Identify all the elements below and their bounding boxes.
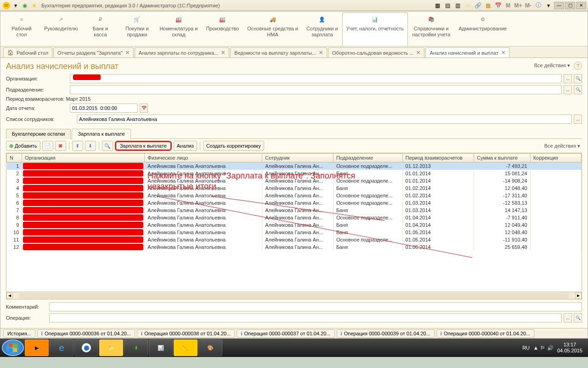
m-plus-btn[interactable]: M+: [514, 2, 522, 9]
section-item[interactable]: 🚚Основные средства иНМА: [243, 12, 302, 46]
section-item[interactable]: 👤Сотрудники изарплата: [302, 12, 342, 46]
search-btn[interactable]: 🔍: [574, 313, 582, 322]
m-btn[interactable]: M: [504, 2, 512, 9]
operation-link[interactable]: iОперация 0000-000036 от 01.04.20...: [37, 329, 135, 338]
scroll-right-btn[interactable]: ▶: [575, 293, 582, 299]
tool-icon-1[interactable]: ▦: [434, 2, 441, 9]
salary-button[interactable]: Зарплата к выплате: [115, 141, 172, 151]
section-item[interactable]: ₽Банк икасса: [82, 12, 119, 46]
star-icon[interactable]: ★: [30, 2, 38, 9]
up-button[interactable]: ⬆: [72, 141, 83, 151]
down-button[interactable]: ⬇: [85, 141, 96, 151]
all-actions-btn[interactable]: Все действия ▾: [532, 62, 572, 70]
task-item[interactable]: 📐: [174, 339, 198, 356]
tab-close-icon[interactable]: ✕: [221, 50, 225, 56]
column-header[interactable]: Подразделение: [333, 154, 402, 162]
delete-button[interactable]: ✖: [55, 141, 66, 151]
tab[interactable]: Ведомости на выплату зарплаты...✕: [230, 47, 327, 58]
task-item[interactable]: ▶: [25, 339, 49, 356]
table-row[interactable]: 12 Алейникова Галина Анатольевна Алейник…: [7, 243, 582, 251]
task-item[interactable]: ⬇: [124, 339, 148, 356]
column-header[interactable]: Организация: [22, 154, 145, 162]
section-item[interactable]: 📚Справочники инастройки учета: [408, 12, 454, 46]
close-btn[interactable]: ✕: [576, 2, 586, 9]
scroll-left-btn[interactable]: ◀: [6, 293, 13, 299]
tab[interactable]: Анализ зарплаты по сотрудника...✕: [135, 47, 230, 58]
tab-close-icon[interactable]: ✕: [501, 50, 505, 56]
tool-icon-3[interactable]: ▥: [454, 2, 461, 9]
tab[interactable]: Анализ начислений и выплат✕: [425, 47, 509, 58]
analysis-button[interactable]: Анализ: [174, 141, 197, 151]
section-item[interactable]: 📊Учет, налоги, отчетность: [342, 12, 408, 46]
horizontal-scrollbar[interactable]: ◀ ▶: [6, 292, 582, 299]
tab-close-icon[interactable]: ✕: [416, 50, 420, 56]
comment-input[interactable]: [49, 302, 582, 311]
employees-input[interactable]: [77, 115, 572, 124]
section-item[interactable]: 🛒Покупки ипродажи: [119, 12, 155, 46]
task-item[interactable]: e: [50, 339, 74, 356]
calc-icon[interactable]: ▦: [484, 2, 492, 9]
column-header[interactable]: Сотрудник: [262, 154, 334, 162]
ellipsis-btn[interactable]: ...: [564, 313, 572, 322]
org-input[interactable]: [70, 74, 562, 83]
back-icon[interactable]: ◉: [21, 2, 28, 9]
subdiv-input[interactable]: [70, 85, 562, 94]
maximize-btn[interactable]: ▢: [565, 2, 575, 9]
tab[interactable]: 🏠Рабочий стол: [3, 47, 52, 58]
operation-link[interactable]: iОперация 0000-000039 от 01.04.20...: [337, 329, 435, 338]
tray-icon[interactable]: ▲: [533, 345, 538, 351]
table-row[interactable]: 6 Алейникова Галина Анатольевна Алейнико…: [7, 199, 582, 207]
section-item[interactable]: ≡Рабочийстол: [3, 12, 40, 46]
cal-icon[interactable]: 📅: [494, 2, 502, 9]
tray-lang[interactable]: RU: [522, 345, 530, 351]
operation-link[interactable]: iОперация 0000-000037 от 01.04.20...: [237, 329, 334, 338]
search-btn[interactable]: 🔍: [574, 74, 582, 83]
search-button[interactable]: 🔍: [102, 141, 113, 151]
operation-link[interactable]: iОперация 0000-000038 от 01.04.20...: [137, 329, 235, 338]
copy-button[interactable]: 📄: [42, 141, 53, 151]
m-minus-btn[interactable]: M-: [525, 2, 532, 9]
section-item[interactable]: 🏭Производство: [202, 12, 243, 46]
ellipsis-btn[interactable]: ...: [564, 74, 572, 83]
column-header[interactable]: Сумма к выплате: [474, 154, 530, 162]
tab[interactable]: Отчеты раздела "Зарплата"✕: [53, 47, 134, 58]
task-item[interactable]: 🎨: [198, 339, 222, 356]
tray-clock[interactable]: 13:17 04.05.2015: [557, 342, 582, 354]
tab-close-icon[interactable]: ✕: [125, 50, 130, 56]
operation-link[interactable]: iОперация 0000-000040 от 01.04.20...: [436, 329, 534, 338]
help-btn[interactable]: ?: [574, 62, 582, 70]
tab-close-icon[interactable]: ✕: [319, 50, 323, 56]
table-row[interactable]: 10 Алейникова Галина Анатольевна Алейник…: [7, 229, 582, 236]
ellipsis-btn[interactable]: ...: [564, 85, 572, 94]
date-input[interactable]: [70, 104, 138, 113]
tool-icon-2[interactable]: ▤: [444, 2, 451, 9]
calendar-btn[interactable]: 📅: [140, 104, 148, 113]
sub-tab[interactable]: Бухгалтерские остатки: [6, 129, 71, 139]
dropdown2-icon[interactable]: ▾: [545, 2, 552, 9]
tab[interactable]: Оборотно-сальдовая ведомость ...✕: [328, 47, 424, 58]
tray-volume-icon[interactable]: 🔊: [547, 345, 554, 351]
task-item[interactable]: 📊: [149, 339, 173, 356]
table-row[interactable]: 8 Алейникова Галина Анатольевна Алейнико…: [7, 214, 582, 221]
column-header[interactable]: N: [7, 154, 22, 162]
start-button[interactable]: [2, 339, 24, 356]
link-icon[interactable]: 🔗: [474, 2, 481, 9]
create-correction-button[interactable]: Создать корректировку: [203, 141, 264, 151]
all-actions-btn[interactable]: Все действия ▾: [543, 142, 582, 150]
ellipsis-btn[interactable]: ...: [574, 115, 582, 124]
section-item[interactable]: 🏭Номенклатура исклад: [155, 12, 202, 46]
add-button[interactable]: ⊕Добавить: [6, 141, 40, 151]
sub-tab[interactable]: Зарплата к выплате: [72, 129, 130, 139]
table-row[interactable]: 5 Алейникова Галина Анатольевна Алейнико…: [7, 192, 582, 199]
section-item[interactable]: ↗Руководителю: [40, 12, 82, 46]
search-btn[interactable]: 🔍: [574, 85, 582, 94]
task-item[interactable]: 📁: [99, 339, 123, 356]
minimize-btn[interactable]: —: [554, 2, 564, 9]
dropdown-icon[interactable]: ▾: [12, 2, 19, 9]
column-header[interactable]: Период взаиморасчетов: [402, 154, 474, 162]
table-row[interactable]: 11 Алейникова Галина Анатольевна Алейник…: [7, 236, 582, 243]
operation-input[interactable]: [49, 313, 562, 322]
section-item[interactable]: ⚙Администрирование: [454, 12, 511, 46]
fav-icon[interactable]: ☆: [464, 2, 471, 9]
info-icon[interactable]: ⓘ: [535, 2, 542, 9]
